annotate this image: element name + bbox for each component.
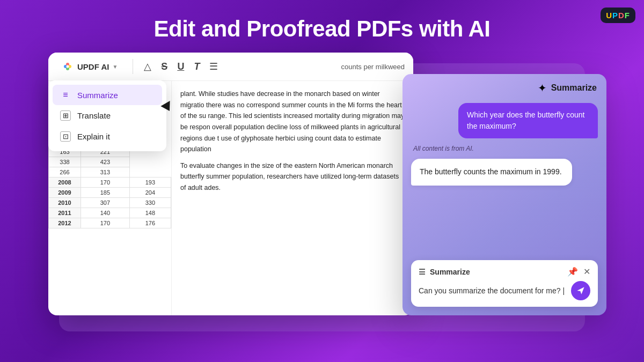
ai-messages: Which year does the butterfly count the … [402,100,606,186]
ai-disclaimer: All content is from AI. [411,145,598,152]
brand-name: UPDF AI [77,62,109,71]
summarize-icon: ≡ [60,90,71,100]
dropdown-item-translate[interactable]: ⊞ Translate [53,105,162,126]
ai-response-text: The butterfly counts the maximum in 1999… [420,167,562,176]
explain-label: Explain it [77,132,110,141]
toolbar-text-right: counts per milkweed [341,63,405,71]
table-cell: 330 [129,198,171,208]
ai-input-actions: 📌 ✕ [567,267,590,277]
table-year-cell: 2010 [49,198,81,208]
ai-response-bubble: The butterfly counts the maximum in 1999… [411,159,572,186]
brand-button[interactable]: UPDF AI ▼ [57,58,122,75]
explain-icon: ⊡ [60,131,71,142]
table-cell: 307 [81,198,130,208]
ai-panel-header: ✦ Summarize [402,74,606,100]
main-area: UPDF AI ▼ △ S U T ☰ counts per milkweed [38,53,606,331]
table-cell: 185 [81,188,130,198]
table-year-cell: 2011 [49,208,81,218]
highlight-icon[interactable]: △ [144,62,151,71]
brand-chevron: ▼ [112,64,118,70]
table-cell: 170 [81,218,130,228]
table-year-cell: 2012 [49,218,81,228]
table-cell: 266 [49,167,81,178]
table-cell: 170 [81,178,130,188]
toolbar-divider [133,59,133,74]
svg-point-4 [67,65,69,68]
dropdown-item-explain[interactable]: ⊡ Explain it [53,126,162,147]
strikethrough-icon[interactable]: S [161,62,167,71]
table-cell: 193 [129,178,171,188]
translate-icon: ⊞ [60,110,71,121]
pdf-top-text: plant. While studies have decrease in th… [180,88,405,155]
pdf-bottom-text: To evaluate changes in the size of the e… [180,160,405,194]
table-year-cell: 2008 [49,178,81,188]
text-icon[interactable]: T [194,62,200,71]
ai-sparkle-icon: ✦ [538,82,547,94]
table-year-cell: 2009 [49,188,81,198]
table-cell: 140 [81,208,130,218]
page-title: Edit and Proofread PDFs with AI [0,16,644,42]
user-message-bubble: Which year does the butterfly count the … [458,103,598,138]
comment-icon[interactable]: ☰ [209,62,218,71]
ai-input-row: Can you summarize the document for me? | [419,281,590,300]
table-cell: 338 [49,157,81,167]
translate-label: Translate [77,111,111,120]
ai-input-mode: ☰ Summarize [419,268,470,276]
toolbar-icons: △ S U T ☰ [144,62,218,71]
table-cell: 204 [129,188,171,198]
brand-icon [61,60,74,73]
pin-icon[interactable]: 📌 [567,267,578,277]
text-section: plant. While studies have decrease in th… [172,81,413,315]
table-cell: 176 [129,218,171,228]
mode-icon: ☰ [419,268,426,276]
table-cell: 148 [129,208,171,218]
ai-input-header: ☰ Summarize 📌 ✕ [419,267,590,277]
toolbar: UPDF AI ▼ △ S U T ☰ counts per milkweed [48,53,413,81]
send-button[interactable] [571,281,590,300]
ai-panel-title: Summarize [551,83,597,93]
table-cell: 313 [81,167,130,178]
page-header: Edit and Proofread PDFs with AI [0,0,644,53]
user-message-text: Which year does the butterfly count the … [467,110,584,130]
ai-input-area: ☰ Summarize 📌 ✕ Can you summarize the do… [411,260,598,307]
dropdown-item-summarize[interactable]: ≡ Summarize [53,85,162,105]
ai-chat-panel: ✦ Summarize Which year does the butterfl… [402,74,606,315]
underline-icon[interactable]: U [177,62,184,71]
mode-label: Summarize [430,268,470,276]
close-icon[interactable]: ✕ [583,267,590,277]
table-cell: 423 [81,157,130,167]
send-icon [576,286,585,295]
dropdown-menu: ≡ Summarize ⊞ Translate ⊡ Explain it [48,80,166,151]
ai-text-input[interactable]: Can you summarize the document for me? | [419,285,566,297]
summarize-label: Summarize [77,91,118,100]
